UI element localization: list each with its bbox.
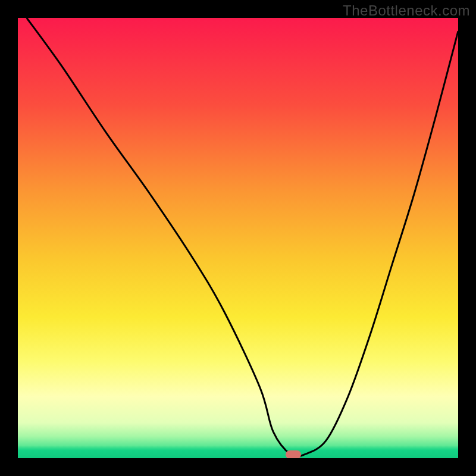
optimal-point-marker — [286, 450, 301, 458]
bottleneck-curve-path — [27, 18, 458, 457]
watermark-text: TheBottleneck.com — [343, 2, 470, 19]
plot-area — [18, 18, 458, 458]
curve-svg — [18, 18, 458, 458]
chart-frame: TheBottleneck.com — [0, 0, 476, 476]
